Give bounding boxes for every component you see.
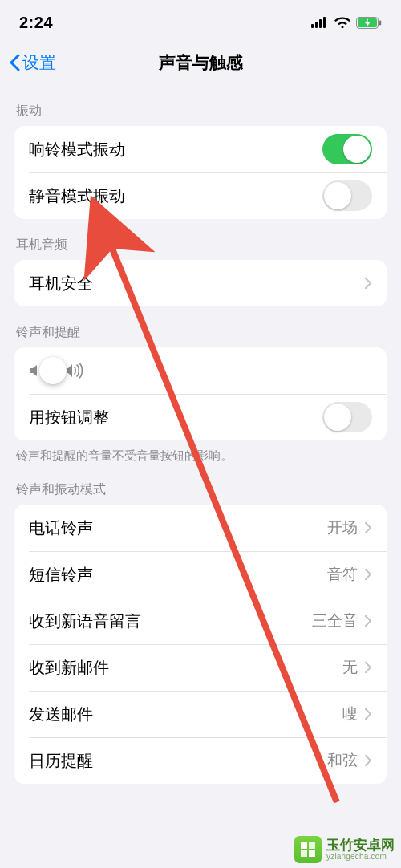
section-header-vibrate: 振动 <box>0 85 401 126</box>
speaker-high-icon <box>64 363 83 379</box>
row-label: 短信铃声 <box>29 564 327 586</box>
watermark-url: yzlangecha.com <box>326 853 395 862</box>
row-label: 静音模式振动 <box>29 185 322 207</box>
row-value: 无 <box>342 657 358 678</box>
svg-rect-3 <box>323 17 326 28</box>
row-label: 电话铃声 <box>29 517 327 539</box>
row-value: 开场 <box>327 517 358 538</box>
row-value: 音符 <box>327 564 358 585</box>
svg-rect-6 <box>379 20 381 25</box>
toggle-button-adjust[interactable] <box>322 402 372 432</box>
row-headphone-safety[interactable]: 耳机安全 <box>14 260 387 306</box>
svg-rect-0 <box>311 24 314 28</box>
svg-rect-2 <box>319 19 322 28</box>
battery-charging-icon <box>356 17 382 29</box>
row-label: 耳机安全 <box>29 273 364 294</box>
row-label: 响铃模式振动 <box>29 139 322 160</box>
svg-rect-9 <box>309 842 315 849</box>
status-bar: 2:24 <box>0 0 401 40</box>
chevron-right-icon <box>364 754 372 767</box>
nav-bar: 设置 声音与触感 <box>0 40 401 85</box>
row-ringtone[interactable]: 电话铃声 开场 <box>14 505 387 551</box>
row-button-adjust[interactable]: 用按钮调整 <box>14 394 387 440</box>
section-footer-ringer: 铃声和提醒的音量不受音量按钮的影响。 <box>0 440 401 464</box>
chevron-right-icon <box>364 614 372 627</box>
row-sent-mail[interactable]: 发送邮件 嗖 <box>14 691 387 737</box>
page-title: 声音与触感 <box>0 51 401 74</box>
section-header-headphone: 耳机音频 <box>0 219 401 260</box>
section-header-ringer: 铃声和提醒 <box>0 306 401 347</box>
wifi-icon <box>334 17 350 28</box>
row-label: 日历提醒 <box>29 750 327 772</box>
chevron-right-icon <box>364 277 372 290</box>
row-label: 收到新语音留言 <box>29 610 312 632</box>
chevron-right-icon <box>364 708 372 720</box>
status-indicators <box>311 17 382 29</box>
row-vibrate-silent[interactable]: 静音模式振动 <box>14 172 387 219</box>
row-value: 和弦 <box>327 750 358 771</box>
row-voicemail[interactable]: 收到新语音留言 三全音 <box>14 598 387 644</box>
chevron-left-icon <box>8 54 21 71</box>
toggle-vibrate-silent[interactable] <box>322 180 372 211</box>
row-value: 嗖 <box>342 704 358 724</box>
svg-rect-11 <box>309 850 315 857</box>
svg-rect-10 <box>301 850 307 857</box>
toggle-vibrate-ring[interactable] <box>322 134 372 164</box>
svg-rect-8 <box>301 842 307 849</box>
row-vibrate-ring[interactable]: 响铃模式振动 <box>14 126 387 172</box>
row-label: 发送邮件 <box>29 704 342 725</box>
row-new-mail[interactable]: 收到新邮件 无 <box>14 644 387 691</box>
row-volume-slider[interactable] <box>14 347 387 394</box>
row-text-tone[interactable]: 短信铃声 音符 <box>14 551 387 598</box>
group-ringer: 用按钮调整 <box>14 347 387 440</box>
group-headphone: 耳机安全 <box>14 260 387 306</box>
status-time: 2:24 <box>19 14 53 32</box>
svg-rect-1 <box>315 22 318 28</box>
watermark-title: 玉竹安卓网 <box>326 838 395 853</box>
group-patterns: 电话铃声 开场 短信铃声 音符 收到新语音留言 三全音 收到新邮件 无 发送邮件… <box>14 505 387 784</box>
back-label: 设置 <box>22 51 56 74</box>
group-vibrate: 响铃模式振动 静音模式振动 <box>14 126 387 219</box>
back-button[interactable]: 设置 <box>0 51 56 74</box>
chevron-right-icon <box>364 568 372 581</box>
row-label: 用按钮调整 <box>29 407 322 428</box>
chevron-right-icon <box>364 661 372 674</box>
watermark: 玉竹安卓网 yzlangecha.com <box>294 836 395 863</box>
row-value: 三全音 <box>312 610 358 631</box>
row-calendar[interactable]: 日历提醒 和弦 <box>14 737 387 784</box>
section-header-patterns: 铃声和振动模式 <box>0 464 401 505</box>
chevron-right-icon <box>364 521 372 534</box>
signal-icon <box>311 17 329 28</box>
row-label: 收到新邮件 <box>29 657 342 679</box>
watermark-logo-icon <box>294 836 322 863</box>
